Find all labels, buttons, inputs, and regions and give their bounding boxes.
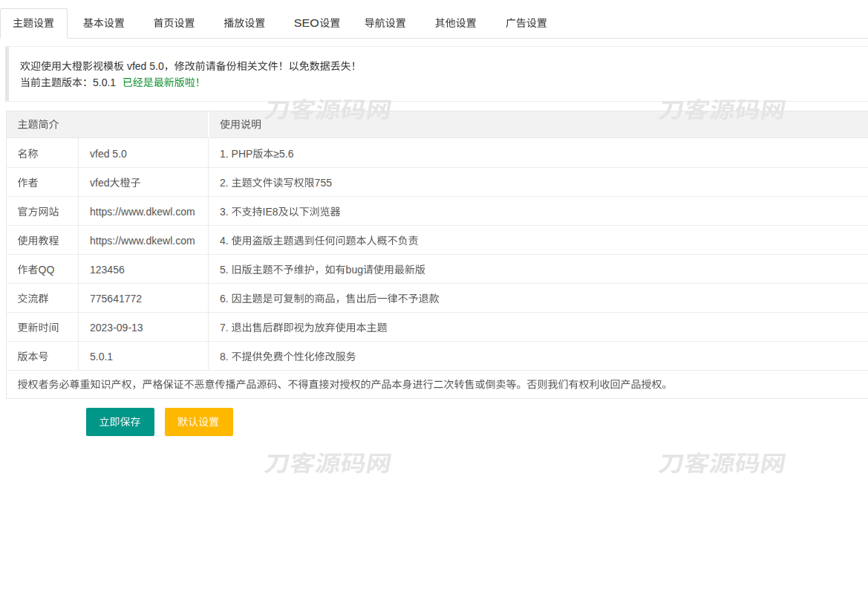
svg-text:775641772: 775641772 (90, 293, 142, 305)
svg-text:2.: 2. (220, 177, 229, 189)
svg-text:IE8: IE8 (263, 206, 278, 218)
svg-text:https://www.dkewl.com: https://www.dkewl.com (90, 235, 195, 247)
svg-text:5.0.1: 5.0.1 (90, 351, 113, 363)
svg-text:≥5.6: ≥5.6 (273, 148, 293, 160)
svg-text:SEO: SEO (294, 17, 319, 29)
svg-text:7.: 7. (220, 322, 229, 334)
svg-text:5.: 5. (220, 264, 229, 276)
svg-text:4.: 4. (220, 235, 229, 247)
svg-text:vfed: vfed (90, 177, 109, 189)
svg-text:https://www.dkewl.com: https://www.dkewl.com (90, 206, 195, 218)
svg-text:755: 755 (315, 177, 333, 189)
svg-text:bug: bug (346, 264, 363, 276)
svg-text:123456: 123456 (90, 264, 125, 276)
svg-text:6.: 6. (220, 293, 229, 305)
svg-text:2023-09-13: 2023-09-13 (90, 322, 143, 334)
svg-text:3.: 3. (220, 206, 229, 218)
svg-text:8.: 8. (220, 351, 229, 363)
svg-text:vfed 5.0: vfed 5.0 (90, 148, 127, 160)
svg-text:QQ: QQ (39, 264, 55, 276)
svg-text:1. PHP: 1. PHP (220, 148, 252, 160)
